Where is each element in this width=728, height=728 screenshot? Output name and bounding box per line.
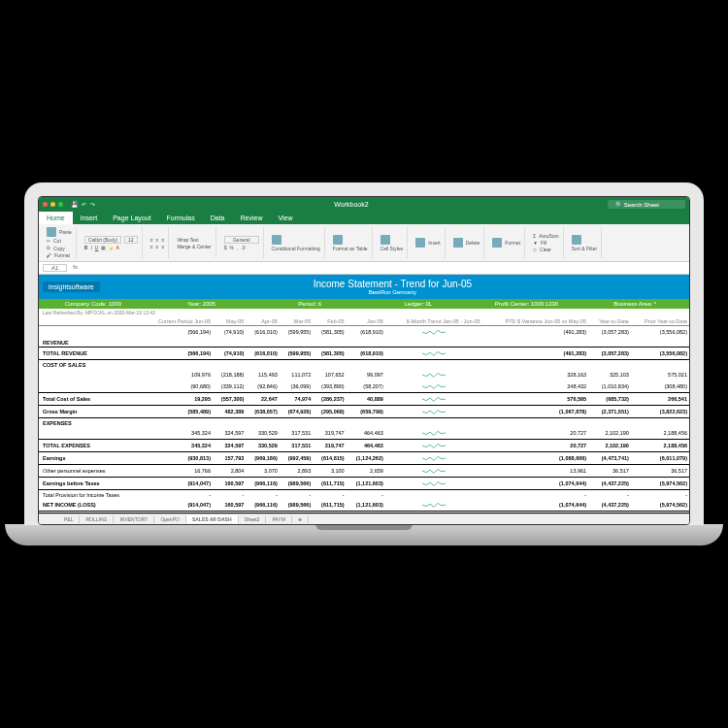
cell[interactable]: (393,890) <box>313 381 346 393</box>
cell[interactable] <box>385 478 482 490</box>
cell[interactable]: (339,112) <box>213 381 246 393</box>
cell[interactable]: (1,088,606) <box>482 452 589 465</box>
cell[interactable] <box>385 440 482 452</box>
cell[interactable] <box>280 418 313 428</box>
cell[interactable]: (3,057,283) <box>588 326 631 339</box>
cell[interactable]: 330,529 <box>246 427 279 440</box>
cell[interactable]: (581,305) <box>313 347 346 360</box>
cell[interactable]: 2,893 <box>280 465 313 478</box>
cell[interactable]: 99,097 <box>347 369 385 381</box>
cell[interactable] <box>385 338 482 347</box>
cell[interactable]: (685,732) <box>588 393 631 406</box>
table-row[interactable]: COST OF SALES <box>39 360 689 370</box>
cell[interactable]: (491,283) <box>482 347 589 360</box>
align-icon[interactable]: ≡ <box>150 244 153 249</box>
cell[interactable]: 16,766 <box>142 465 213 478</box>
cell[interactable]: 248,432 <box>482 381 589 393</box>
cell[interactable] <box>482 418 589 428</box>
data-table[interactable]: Current Period Jun-05May-05Apr-05Mar-05F… <box>39 316 689 513</box>
cell[interactable]: (3,556,082) <box>631 326 689 339</box>
fill-color-icon[interactable]: ◢ <box>109 245 113 250</box>
cell[interactable]: (74,910) <box>213 347 246 360</box>
table-row[interactable]: NET INCOME (LOSS)(914,047)160,597(966,11… <box>39 499 689 513</box>
save-icon[interactable]: 💾 <box>71 201 78 208</box>
cell[interactable] <box>213 360 246 370</box>
percent-icon[interactable]: % <box>230 245 234 250</box>
cell[interactable]: (4,437,225) <box>588 499 631 513</box>
cell[interactable]: 330,529 <box>246 440 279 452</box>
cell[interactable]: 3,070 <box>246 465 279 478</box>
cell[interactable]: (618,910) <box>347 326 385 339</box>
font-color-icon[interactable]: A <box>116 245 118 250</box>
cell[interactable]: (989,566) <box>280 499 313 513</box>
cell[interactable]: (557,300) <box>213 393 246 406</box>
cell[interactable]: (295,068) <box>313 406 346 418</box>
align-icon[interactable]: ≡ <box>150 237 153 243</box>
table-row[interactable]: Other personnel expenses16,7662,8043,070… <box>39 465 689 478</box>
cell[interactable] <box>246 360 279 370</box>
cell[interactable] <box>588 418 631 428</box>
cell[interactable]: 319,747 <box>313 440 346 452</box>
cell[interactable]: - <box>631 490 689 500</box>
cell[interactable] <box>385 369 482 381</box>
sheet-tab[interactable]: OpenPO <box>154 515 185 523</box>
cell[interactable] <box>347 418 385 428</box>
cell[interactable]: (969,186) <box>246 452 279 465</box>
cell[interactable]: 20,727 <box>482 427 589 440</box>
table-row[interactable]: (566,194)(74,910)(616,010)(599,955)(581,… <box>39 326 689 339</box>
cell[interactable]: 20,727 <box>482 440 589 452</box>
cell[interactable]: 22,647 <box>246 393 279 406</box>
format-icon[interactable] <box>492 238 502 248</box>
cell[interactable]: 107,652 <box>313 369 346 381</box>
table-row[interactable]: Gross Margin(585,489)482,389(638,657)(67… <box>39 406 689 418</box>
cell[interactable]: 3,100 <box>313 465 346 478</box>
cell[interactable] <box>385 347 482 360</box>
cell[interactable] <box>385 326 482 339</box>
cell[interactable]: 74,974 <box>280 393 313 406</box>
cell[interactable]: - <box>313 490 346 500</box>
number-format-select[interactable]: General <box>224 236 259 244</box>
copy-icon[interactable]: ⧉ <box>47 245 50 251</box>
cell[interactable]: 324,597 <box>213 427 246 440</box>
sheet-tab[interactable]: INVENTORY <box>114 515 154 523</box>
name-box[interactable]: A1 <box>43 264 67 272</box>
search-input[interactable]: 🔍 Search Sheet <box>608 200 685 209</box>
cell[interactable]: 13,961 <box>482 465 589 478</box>
cell[interactable]: (1,074,644) <box>482 478 589 490</box>
ribbon-tab-page-layout[interactable]: Page Layout <box>105 212 158 224</box>
cell[interactable] <box>385 452 482 465</box>
cell[interactable]: 324,597 <box>213 440 246 452</box>
cell[interactable]: 2,102,190 <box>588 440 631 452</box>
table-row[interactable]: Earnings(930,813)157,793(969,186)(992,45… <box>39 452 689 465</box>
cell[interactable]: (1,121,603) <box>347 499 385 513</box>
cell[interactable]: 109,976 <box>142 369 213 381</box>
ribbon-tab-view[interactable]: View <box>270 212 300 224</box>
cell-styles-icon[interactable] <box>381 235 390 245</box>
cell[interactable]: (966,116) <box>246 499 279 513</box>
cell[interactable]: (1,010,834) <box>588 381 631 393</box>
cell[interactable]: (1,121,603) <box>347 478 385 490</box>
cell[interactable] <box>385 406 482 418</box>
sheet-tab[interactable]: P&L <box>58 515 80 523</box>
table-row[interactable]: (90,680)(339,112)(92,846)(36,099)(393,89… <box>39 381 689 393</box>
minimize-icon[interactable] <box>50 202 55 207</box>
cell[interactable]: (218,188) <box>213 369 246 381</box>
ribbon-tab-home[interactable]: Home <box>39 212 73 224</box>
cell[interactable]: (36,099) <box>280 381 313 393</box>
bold-button[interactable]: B <box>84 245 88 250</box>
cell[interactable] <box>280 360 313 370</box>
cell[interactable] <box>246 418 279 428</box>
format-table-icon[interactable] <box>333 235 343 245</box>
cell[interactable]: (930,813) <box>142 452 213 465</box>
cell[interactable]: 328,163 <box>482 369 589 381</box>
cell[interactable]: - <box>246 490 279 500</box>
add-sheet-icon[interactable]: ⊕ <box>292 515 309 523</box>
cell[interactable] <box>347 360 385 370</box>
cell[interactable] <box>213 418 246 428</box>
cell[interactable]: 317,531 <box>280 440 313 452</box>
sort-icon[interactable] <box>572 235 581 245</box>
cell[interactable]: (308,480) <box>631 381 689 393</box>
cell[interactable]: 464,463 <box>347 440 385 452</box>
maximize-icon[interactable] <box>58 202 63 207</box>
fill-icon[interactable]: ▼ <box>533 240 538 246</box>
